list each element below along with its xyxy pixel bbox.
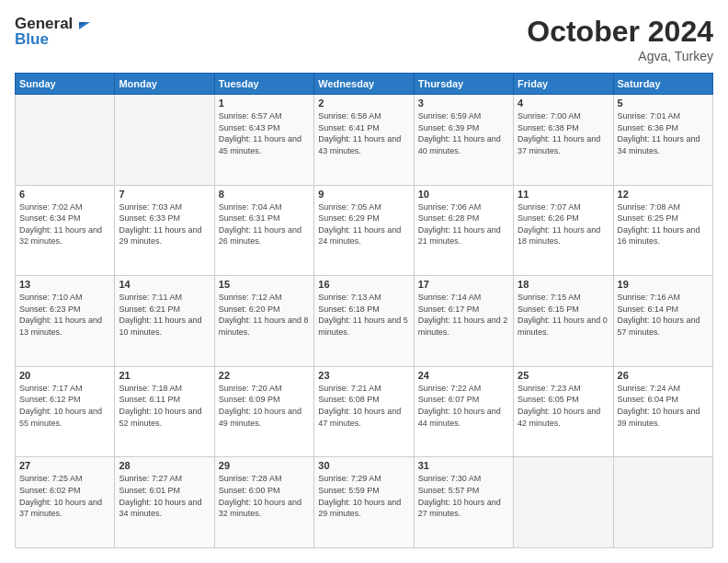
table-cell: 17Sunrise: 7:14 AMSunset: 6:17 PMDayligh… (414, 276, 513, 367)
day-number: 14 (119, 279, 210, 290)
col-friday: Friday (514, 74, 613, 95)
day-info: Sunrise: 7:22 AMSunset: 6:07 PMDaylight:… (418, 383, 509, 429)
table-cell: 3Sunrise: 6:59 AMSunset: 6:39 PMDaylight… (414, 95, 513, 186)
table-cell (16, 95, 115, 186)
table-cell: 28Sunrise: 7:27 AMSunset: 6:01 PMDayligh… (115, 457, 214, 548)
day-number: 31 (418, 460, 509, 471)
day-number: 30 (318, 460, 409, 471)
calendar-header-row: Sunday Monday Tuesday Wednesday Thursday… (16, 74, 713, 95)
day-number: 20 (19, 370, 110, 381)
day-info: Sunrise: 7:24 AMSunset: 6:04 PMDaylight:… (618, 383, 709, 429)
table-cell: 18Sunrise: 7:15 AMSunset: 6:15 PMDayligh… (514, 276, 613, 367)
day-number: 12 (618, 189, 709, 200)
table-cell: 26Sunrise: 7:24 AMSunset: 6:04 PMDayligh… (613, 366, 712, 457)
day-info: Sunrise: 7:21 AMSunset: 6:08 PMDaylight:… (318, 383, 409, 429)
col-sunday: Sunday (16, 74, 115, 95)
page: General Blue October 2024 Agva, Turkey S… (0, 0, 728, 563)
table-cell: 19Sunrise: 7:16 AMSunset: 6:14 PMDayligh… (613, 276, 712, 367)
table-cell: 21Sunrise: 7:18 AMSunset: 6:11 PMDayligh… (115, 366, 214, 457)
day-number: 1 (219, 98, 310, 109)
day-info: Sunrise: 7:23 AMSunset: 6:05 PMDaylight:… (518, 383, 609, 429)
day-info: Sunrise: 7:18 AMSunset: 6:11 PMDaylight:… (119, 383, 210, 429)
day-number: 19 (618, 279, 709, 290)
col-wednesday: Wednesday (314, 74, 414, 95)
day-info: Sunrise: 7:08 AMSunset: 6:25 PMDaylight:… (618, 201, 709, 247)
day-number: 18 (518, 279, 609, 290)
day-info: Sunrise: 7:29 AMSunset: 5:59 PMDaylight:… (318, 473, 409, 519)
day-number: 8 (219, 189, 310, 200)
day-info: Sunrise: 7:13 AMSunset: 6:18 PMDaylight:… (318, 292, 409, 338)
day-info: Sunrise: 7:06 AMSunset: 6:28 PMDaylight:… (418, 201, 509, 247)
day-info: Sunrise: 7:11 AMSunset: 6:21 PMDaylight:… (119, 292, 210, 338)
col-monday: Monday (115, 74, 214, 95)
table-cell: 23Sunrise: 7:21 AMSunset: 6:08 PMDayligh… (314, 366, 414, 457)
table-cell: 8Sunrise: 7:04 AMSunset: 6:31 PMDaylight… (214, 185, 313, 276)
day-number: 4 (518, 98, 609, 109)
week-row-0: 1Sunrise: 6:57 AMSunset: 6:43 PMDaylight… (16, 95, 713, 186)
day-number: 22 (219, 370, 310, 381)
day-info: Sunrise: 7:16 AMSunset: 6:14 PMDaylight:… (618, 292, 709, 338)
month-title: October 2024 (527, 15, 713, 49)
logo: General Blue (15, 15, 94, 49)
title-area: October 2024 Agva, Turkey (527, 15, 713, 63)
week-row-3: 20Sunrise: 7:17 AMSunset: 6:12 PMDayligh… (16, 366, 713, 457)
day-info: Sunrise: 7:07 AMSunset: 6:26 PMDaylight:… (518, 201, 609, 247)
day-info: Sunrise: 7:17 AMSunset: 6:12 PMDaylight:… (19, 383, 110, 429)
day-info: Sunrise: 7:25 AMSunset: 6:02 PMDaylight:… (19, 473, 110, 519)
table-cell: 5Sunrise: 7:01 AMSunset: 6:36 PMDaylight… (613, 95, 712, 186)
day-number: 7 (119, 189, 210, 200)
day-info: Sunrise: 7:20 AMSunset: 6:09 PMDaylight:… (219, 383, 310, 429)
day-number: 28 (119, 460, 210, 471)
day-info: Sunrise: 7:10 AMSunset: 6:23 PMDaylight:… (19, 292, 110, 338)
day-info: Sunrise: 7:03 AMSunset: 6:33 PMDaylight:… (119, 201, 210, 247)
header: General Blue October 2024 Agva, Turkey (15, 15, 713, 63)
day-info: Sunrise: 7:14 AMSunset: 6:17 PMDaylight:… (418, 292, 509, 338)
table-cell: 24Sunrise: 7:22 AMSunset: 6:07 PMDayligh… (414, 366, 513, 457)
table-cell: 9Sunrise: 7:05 AMSunset: 6:29 PMDaylight… (314, 185, 414, 276)
day-number: 23 (318, 370, 409, 381)
day-info: Sunrise: 7:04 AMSunset: 6:31 PMDaylight:… (219, 201, 310, 247)
day-number: 25 (518, 370, 609, 381)
table-cell: 16Sunrise: 7:13 AMSunset: 6:18 PMDayligh… (314, 276, 414, 367)
day-number: 21 (119, 370, 210, 381)
table-cell: 2Sunrise: 6:58 AMSunset: 6:41 PMDaylight… (314, 95, 414, 186)
day-info: Sunrise: 6:57 AMSunset: 6:43 PMDaylight:… (219, 110, 310, 156)
day-number: 27 (19, 460, 110, 471)
day-number: 3 (418, 98, 509, 109)
day-number: 16 (318, 279, 409, 290)
week-row-2: 13Sunrise: 7:10 AMSunset: 6:23 PMDayligh… (16, 276, 713, 367)
day-number: 2 (318, 98, 409, 109)
table-cell (514, 457, 613, 548)
col-tuesday: Tuesday (214, 74, 313, 95)
day-number: 5 (618, 98, 709, 109)
location: Agva, Turkey (527, 49, 713, 63)
day-info: Sunrise: 6:58 AMSunset: 6:41 PMDaylight:… (318, 110, 409, 156)
week-row-1: 6Sunrise: 7:02 AMSunset: 6:34 PMDaylight… (16, 185, 713, 276)
table-cell: 30Sunrise: 7:29 AMSunset: 5:59 PMDayligh… (314, 457, 414, 548)
day-info: Sunrise: 7:01 AMSunset: 6:36 PMDaylight:… (618, 110, 709, 156)
day-number: 29 (219, 460, 310, 471)
week-row-4: 27Sunrise: 7:25 AMSunset: 6:02 PMDayligh… (16, 457, 713, 548)
table-cell: 31Sunrise: 7:30 AMSunset: 5:57 PMDayligh… (414, 457, 513, 548)
table-cell: 12Sunrise: 7:08 AMSunset: 6:25 PMDayligh… (613, 185, 712, 276)
table-cell: 15Sunrise: 7:12 AMSunset: 6:20 PMDayligh… (214, 276, 313, 367)
table-cell: 7Sunrise: 7:03 AMSunset: 6:33 PMDaylight… (115, 185, 214, 276)
day-number: 24 (418, 370, 509, 381)
day-number: 6 (19, 189, 110, 200)
logo-icon (74, 13, 94, 33)
day-info: Sunrise: 7:27 AMSunset: 6:01 PMDaylight:… (119, 473, 210, 519)
table-cell: 6Sunrise: 7:02 AMSunset: 6:34 PMDaylight… (16, 185, 115, 276)
table-cell: 14Sunrise: 7:11 AMSunset: 6:21 PMDayligh… (115, 276, 214, 367)
day-number: 11 (518, 189, 609, 200)
table-cell (613, 457, 712, 548)
day-info: Sunrise: 7:12 AMSunset: 6:20 PMDaylight:… (219, 292, 310, 338)
table-cell: 13Sunrise: 7:10 AMSunset: 6:23 PMDayligh… (16, 276, 115, 367)
table-cell: 20Sunrise: 7:17 AMSunset: 6:12 PMDayligh… (16, 366, 115, 457)
day-number: 9 (318, 189, 409, 200)
table-cell: 4Sunrise: 7:00 AMSunset: 6:38 PMDaylight… (514, 95, 613, 186)
table-cell: 29Sunrise: 7:28 AMSunset: 6:00 PMDayligh… (214, 457, 313, 548)
table-cell: 11Sunrise: 7:07 AMSunset: 6:26 PMDayligh… (514, 185, 613, 276)
day-info: Sunrise: 7:02 AMSunset: 6:34 PMDaylight:… (19, 201, 110, 247)
col-thursday: Thursday (414, 74, 513, 95)
day-number: 17 (418, 279, 509, 290)
